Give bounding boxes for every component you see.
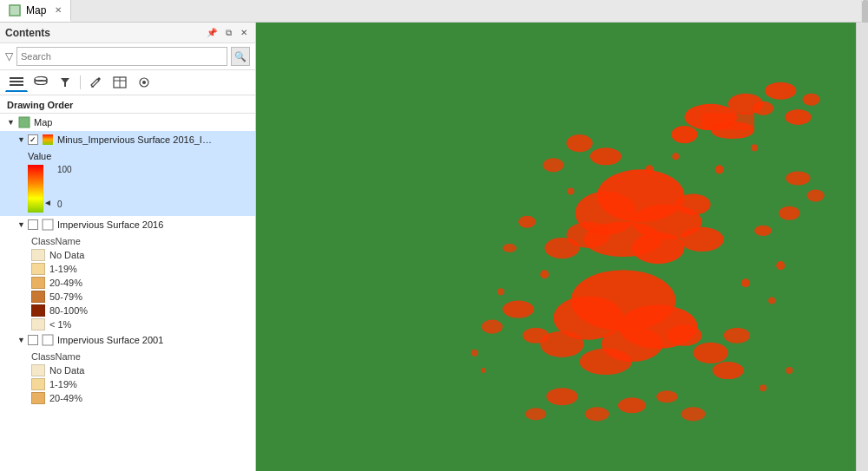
- minus-impervious-item[interactable]: ▼ ✓ Minus_Impervious Sur: [0, 131, 255, 148]
- svg-point-66: [715, 165, 724, 173]
- svg-point-67: [751, 144, 758, 151]
- svg-point-78: [503, 244, 516, 252]
- svg-point-53: [590, 147, 621, 165]
- svg-point-76: [786, 367, 792, 374]
- svg-point-33: [632, 232, 684, 264]
- map-scrollbar-vertical[interactable]: [856, 23, 868, 471]
- is2016-1-19-item: 1-19%: [0, 262, 255, 276]
- is2001-layer-icon: [41, 333, 55, 347]
- is2016-80-100-item: 80-100%: [0, 304, 255, 317]
- map-root-item[interactable]: ▼ Map: [0, 114, 255, 131]
- list-view-icon: [10, 76, 23, 88]
- svg-point-71: [768, 297, 775, 304]
- is2001-item[interactable]: ▼ Impervious Surface 2001: [0, 331, 255, 349]
- svg-point-44: [667, 325, 701, 346]
- ramp-svg: [28, 165, 43, 213]
- tab-map[interactable]: Map ✕: [0, 0, 71, 22]
- svg-point-35: [675, 194, 710, 215]
- cursor-arrow-icon: ◄: [43, 198, 52, 207]
- svg-rect-17: [43, 219, 53, 230]
- svg-point-58: [585, 407, 609, 421]
- is2016-80-100-swatch: [31, 304, 45, 317]
- svg-point-46: [482, 320, 503, 334]
- is2001-nodata-swatch: [31, 364, 45, 376]
- is2016-nodata-swatch: [31, 249, 45, 261]
- svg-point-74: [481, 368, 486, 373]
- svg-point-62: [681, 407, 705, 421]
- svg-point-25: [765, 82, 796, 100]
- is2016-nodata-label: No Data: [49, 250, 84, 260]
- table-button[interactable]: [108, 73, 131, 92]
- edit-button[interactable]: [84, 73, 107, 92]
- is2016-checkbox[interactable]: [28, 219, 38, 230]
- tab-map-label: Map: [26, 4, 46, 16]
- is2001-expand-icon[interactable]: ▼: [17, 336, 28, 344]
- color-ramp-wrapper: ◄ 100 0: [28, 165, 252, 213]
- minus-layer-icon: [41, 133, 55, 147]
- is2001-checkbox[interactable]: [28, 335, 38, 345]
- list-view-button[interactable]: [5, 73, 28, 92]
- database-icon: [34, 76, 48, 88]
- main-area: Contents 📌 ⧉ ✕ ▽ 🔍: [0, 23, 868, 471]
- svg-point-73: [471, 350, 478, 357]
- svg-rect-4: [10, 84, 23, 86]
- svg-marker-7: [61, 78, 69, 87]
- svg-point-70: [741, 278, 750, 287]
- color-ramp-section: ◄ 100 0: [0, 163, 255, 216]
- svg-rect-14: [19, 117, 30, 128]
- tab-close-icon[interactable]: ✕: [55, 5, 62, 15]
- filter-view-icon: [59, 76, 71, 88]
- svg-point-45: [503, 300, 534, 317]
- symbol-button[interactable]: [133, 73, 155, 92]
- svg-point-26: [753, 101, 773, 115]
- map-layer-icon: [17, 115, 31, 129]
- svg-rect-24: [702, 113, 754, 130]
- is2016-50-79-item: 50-79%: [0, 290, 255, 304]
- svg-rect-1: [10, 5, 20, 16]
- svg-point-27: [785, 109, 811, 125]
- is2016-layer-icon: [41, 218, 55, 232]
- svg-point-79: [754, 226, 772, 236]
- header-icons: 📌 ⧉ ✕: [204, 27, 250, 39]
- minus-layer-expand-icon[interactable]: ▼: [17, 135, 28, 144]
- is2016-lt1-label: < 1%: [49, 319, 71, 330]
- is2016-expand-icon[interactable]: ▼: [17, 220, 28, 229]
- close-panel-icon[interactable]: ✕: [238, 27, 250, 38]
- is2016-20-49-swatch: [31, 277, 45, 289]
- filter-view-button[interactable]: [54, 73, 76, 92]
- svg-point-28: [802, 94, 819, 106]
- svg-rect-16: [28, 165, 43, 213]
- svg-point-75: [760, 384, 766, 391]
- search-bar: ▽ 🔍: [0, 43, 255, 70]
- ramp-max-label: 100: [57, 165, 72, 174]
- svg-point-47: [523, 328, 549, 343]
- map-area[interactable]: [256, 23, 868, 471]
- svg-rect-2: [10, 77, 23, 79]
- is2016-lt1-item: < 1%: [0, 317, 255, 331]
- contents-toolbar: [0, 70, 255, 95]
- float-icon[interactable]: ⧉: [223, 27, 234, 39]
- drawing-order-label: Drawing Order: [0, 95, 255, 114]
- database-view-button[interactable]: [30, 73, 52, 92]
- filter-icon[interactable]: ▽: [5, 50, 13, 62]
- minus-layer-checkbox[interactable]: ✓: [28, 134, 38, 145]
- search-button[interactable]: 🔍: [231, 47, 250, 66]
- search-input[interactable]: [16, 47, 227, 66]
- layer-tree[interactable]: ▼ Map ▼ ✓: [0, 114, 255, 471]
- svg-rect-18: [43, 335, 53, 345]
- is2001-1-19-label: 1-19%: [49, 379, 77, 389]
- pin-icon[interactable]: 📌: [204, 27, 220, 38]
- tab-bar: Map ✕: [0, 0, 868, 23]
- is2016-20-49-item: 20-49%: [0, 276, 255, 290]
- is2016-20-49-label: 20-49%: [49, 278, 82, 288]
- svg-point-69: [497, 288, 504, 295]
- svg-point-42: [580, 349, 632, 375]
- is2016-item[interactable]: ▼ Impervious Surface 2016: [0, 216, 255, 233]
- is2001-nodata-item: No Data: [0, 363, 255, 377]
- map-expand-icon[interactable]: ▼: [7, 118, 17, 127]
- svg-rect-3: [10, 81, 23, 82]
- svg-point-36: [544, 238, 579, 258]
- is2001-1-19-item: 1-19%: [0, 377, 255, 391]
- is2016-50-79-swatch: [31, 291, 45, 303]
- toolbar-separator-1: [80, 75, 81, 89]
